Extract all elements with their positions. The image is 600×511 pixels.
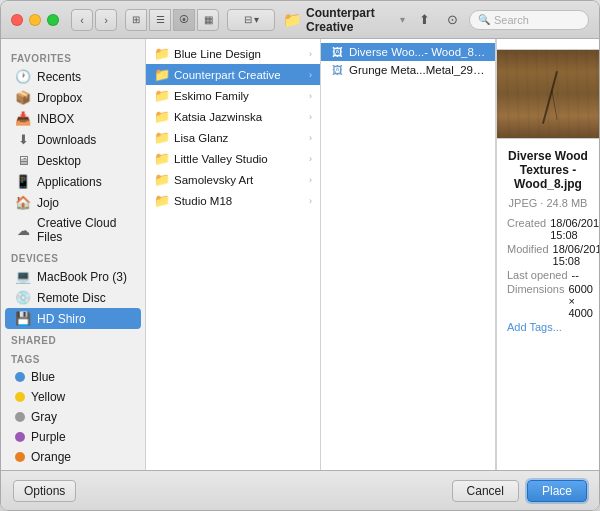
titlebar-center: 📁 Counterpart Creative ▾: [283, 6, 405, 34]
sidebar-item-label: Yellow: [31, 390, 65, 404]
file-item-studio-m18[interactable]: 📁 Studio M18 ›: [146, 190, 320, 211]
sidebar-item-desktop[interactable]: 🖥 Desktop: [5, 150, 141, 171]
column-1: 📁 Blue Line Design › 📁 Counterpart Creat…: [146, 39, 321, 470]
file-item-lisa[interactable]: 📁 Lisa Glanz ›: [146, 127, 320, 148]
sidebar-item-yellow-tag[interactable]: Yellow: [5, 387, 141, 407]
icon-view-button[interactable]: ⊞: [125, 9, 147, 31]
sidebar-item-creative-cloud[interactable]: ☁ Creative Cloud Files: [5, 213, 141, 247]
action-button[interactable]: ⊙: [441, 9, 463, 31]
arrange-chevron-icon: ▾: [254, 14, 259, 25]
modified-value: 18/06/2019, 15:08: [553, 243, 599, 267]
applications-icon: 📱: [15, 174, 31, 189]
gallery-view-button[interactable]: ▦: [197, 9, 219, 31]
folder-icon: 📁: [154, 130, 170, 145]
sidebar-item-macbook[interactable]: 💻 MacBook Pro (3): [5, 266, 141, 287]
sidebar-item-applications[interactable]: 📱 Applications: [5, 171, 141, 192]
jojo-icon: 🏠: [15, 195, 31, 210]
add-tags-link[interactable]: Add Tags...: [507, 321, 562, 333]
arrange-button[interactable]: ⊟ ▾: [227, 9, 275, 31]
search-box[interactable]: 🔍 Search: [469, 10, 589, 30]
folder-icon: 📁: [154, 67, 170, 82]
modified-label: Modified: [507, 243, 549, 267]
sidebar-item-recents[interactable]: 🕐 Recents: [5, 66, 141, 87]
sidebar-item-hd-shiro[interactable]: 💾 HD Shiro: [5, 308, 141, 329]
remote-disc-icon: 💿: [15, 290, 31, 305]
file-browser: 📁 Blue Line Design › 📁 Counterpart Creat…: [146, 39, 599, 470]
column-view-button[interactable]: ⦿: [173, 9, 195, 31]
sidebar-item-label: Dropbox: [37, 91, 82, 105]
folder-icon: 📁: [154, 46, 170, 61]
sidebar-item-blue-tag[interactable]: Blue: [5, 367, 141, 387]
sidebar-item-orange-tag[interactable]: Orange: [5, 447, 141, 467]
traffic-lights: [11, 14, 59, 26]
chevron-right-icon: ›: [309, 196, 312, 206]
folder-icon: 📁: [154, 151, 170, 166]
file-item-diverse-wood[interactable]: 🖼 Diverse Woo...- Wood_8.jpg: [321, 43, 495, 61]
list-view-button[interactable]: ☰: [149, 9, 171, 31]
place-button[interactable]: Place: [527, 480, 587, 502]
chevron-right-icon: ›: [309, 70, 312, 80]
file-item-samolevsky[interactable]: 📁 Samolevsky Art ›: [146, 169, 320, 190]
maximize-button[interactable]: [47, 14, 59, 26]
file-item-katsia[interactable]: 📁 Katsia Jazwinska ›: [146, 106, 320, 127]
sidebar-item-purple-tag[interactable]: Purple: [5, 427, 141, 447]
sidebar-item-label: Applications: [37, 175, 102, 189]
titlebar: ‹ › ⊞ ☰ ⦿ ▦ ⊟ ▾ 📁 Counterpart Creative ▾…: [1, 1, 599, 39]
last-opened-value: --: [572, 269, 579, 281]
meta-row-dimensions: Dimensions 6000 × 4000: [507, 283, 589, 319]
options-button[interactable]: Options: [13, 480, 76, 502]
created-value: 18/06/2019, 15:08: [550, 217, 599, 241]
file-item-eskimo[interactable]: 📁 Eskimo Family ›: [146, 85, 320, 106]
sidebar-item-dropbox[interactable]: 📦 Dropbox: [5, 87, 141, 108]
titlebar-right: ⬆ ⊙ 🔍 Search: [413, 9, 589, 31]
file-meta-title: Diverse Wood Textures - Wood_8.jpg: [507, 149, 589, 191]
sidebar: Favorites 🕐 Recents 📦 Dropbox 📥 INBOX ⬇ …: [1, 39, 146, 470]
dimensions-value: 6000 × 4000: [568, 283, 592, 319]
dropbox-icon: 📦: [15, 90, 31, 105]
sidebar-item-label: Downloads: [37, 133, 96, 147]
back-button[interactable]: ‹: [71, 9, 93, 31]
search-placeholder: Search: [494, 14, 529, 26]
sidebar-item-label: Desktop: [37, 154, 81, 168]
cancel-button[interactable]: Cancel: [452, 480, 519, 502]
file-name: Studio M18: [174, 195, 305, 207]
arrange-icon: ⊟: [244, 14, 252, 25]
sidebar-item-label: Creative Cloud Files: [37, 216, 131, 244]
chevron-right-icon: ›: [309, 112, 312, 122]
recents-icon: 🕐: [15, 69, 31, 84]
sidebar-item-inbox[interactable]: 📥 INBOX: [5, 108, 141, 129]
chevron-right-icon: ›: [309, 91, 312, 101]
folder-icon: 📁: [283, 11, 302, 29]
file-item-counterpart[interactable]: 📁 Counterpart Creative ›: [146, 64, 320, 85]
file-name: Blue Line Design: [174, 48, 305, 60]
file-item-blue-line[interactable]: 📁 Blue Line Design ›: [146, 43, 320, 64]
sidebar-item-remote-disc[interactable]: 💿 Remote Disc: [5, 287, 141, 308]
desktop-icon: 🖥: [15, 153, 31, 168]
folder-icon: 📁: [154, 109, 170, 124]
preview-column: Diverse Wood Textures - Wood_8.jpg JPEG …: [496, 39, 599, 470]
purple-tag-dot: [15, 432, 25, 442]
main-content: Favorites 🕐 Recents 📦 Dropbox 📥 INBOX ⬇ …: [1, 39, 599, 470]
macbook-icon: 💻: [15, 269, 31, 284]
file-item-little-valley[interactable]: 📁 Little Valley Studio ›: [146, 148, 320, 169]
minimize-button[interactable]: [29, 14, 41, 26]
meta-row-created: Created 18/06/2019, 15:08: [507, 217, 589, 241]
chevron-right-icon: ›: [309, 175, 312, 185]
bottom-bar: Options Cancel Place: [1, 470, 599, 510]
folder-icon: 📁: [154, 172, 170, 187]
shared-section-label: Shared: [1, 329, 145, 348]
close-button[interactable]: [11, 14, 23, 26]
forward-button[interactable]: ›: [95, 9, 117, 31]
folder-icon: 📁: [154, 88, 170, 103]
sidebar-item-jojo[interactable]: 🏠 Jojo: [5, 192, 141, 213]
hd-shiro-icon: 💾: [15, 311, 31, 326]
orange-tag-dot: [15, 452, 25, 462]
sidebar-item-gray-tag[interactable]: Gray: [5, 407, 141, 427]
chevron-right-icon: ›: [309, 133, 312, 143]
share-button[interactable]: ⬆: [413, 9, 435, 31]
finder-window: ‹ › ⊞ ☰ ⦿ ▦ ⊟ ▾ 📁 Counterpart Creative ▾…: [0, 0, 600, 511]
sidebar-item-downloads[interactable]: ⬇ Downloads: [5, 129, 141, 150]
file-name: Katsia Jazwinska: [174, 111, 305, 123]
created-label: Created: [507, 217, 546, 241]
file-item-grunge-meta[interactable]: 🖼 Grunge Meta...Metal_29.jpg: [321, 61, 495, 79]
